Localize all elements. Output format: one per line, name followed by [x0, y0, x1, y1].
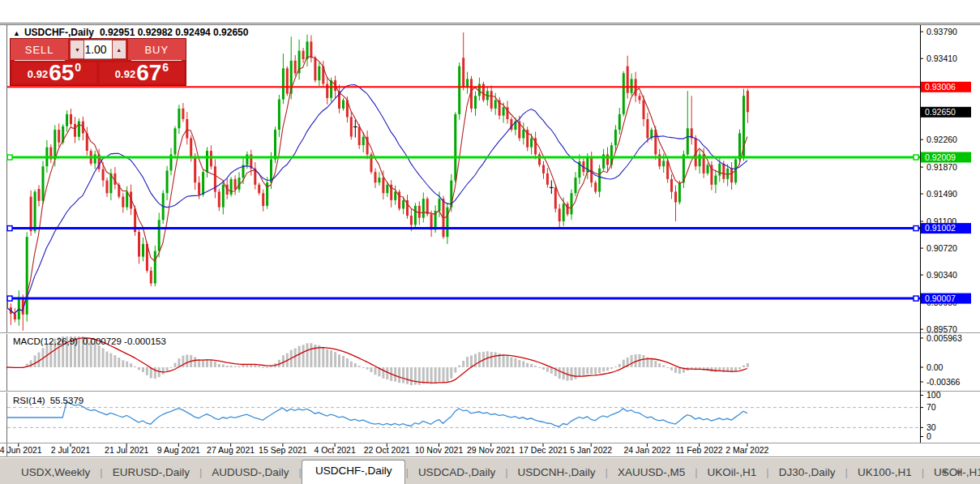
svg-text:0.93790: 0.93790 [927, 27, 957, 36]
price-label-0.92009: 0.92009 [921, 152, 971, 163]
chart-tab-usdx-weekly[interactable]: USDX,Weekly [11, 462, 100, 484]
price-label-0.92650: 0.92650 [921, 107, 971, 118]
svg-text:0.90340: 0.90340 [927, 270, 957, 280]
rsi-value: 55.5379 [50, 396, 84, 405]
svg-text:27 Aug 2021: 27 Aug 2021 [207, 445, 255, 455]
svg-text:70: 70 [927, 402, 936, 412]
chart-tab-ukoil-h1[interactable]: UKOil-,H1 [698, 462, 767, 484]
terminal-window: 15M30H1H4D1W1MN 0.937900.934100.922600.9… [0, 0, 980, 484]
svg-text:24 Jan 2022: 24 Jan 2022 [623, 445, 670, 455]
svg-text:17 Dec 2021: 17 Dec 2021 [519, 445, 567, 455]
svg-text:0.90720: 0.90720 [927, 243, 957, 253]
svg-text:29 Nov 2021: 29 Nov 2021 [467, 445, 516, 455]
svg-text:22 Oct 2021: 22 Oct 2021 [364, 445, 410, 455]
svg-text:10 Nov 2021: 10 Nov 2021 [415, 445, 464, 455]
macd-label: MACD(12,26,9)0.000729 -0.000153 [13, 336, 166, 346]
tab-scroll-right-icon[interactable]: ► [956, 467, 972, 476]
sell-price-pip: 0 [75, 61, 81, 74]
tab-scroll-arrows: ◄► [939, 467, 972, 476]
chart-tab-audusd-daily[interactable]: AUDUSD-,Daily [202, 462, 298, 484]
svg-text:0.92009: 0.92009 [925, 152, 956, 162]
tab-scroll-left-icon[interactable]: ◄ [939, 467, 956, 476]
volume-decrease-button[interactable]: ▼ [70, 40, 84, 59]
svg-text:15 Sep 2021: 15 Sep 2021 [259, 445, 307, 455]
svg-text:0.93006: 0.93006 [925, 82, 956, 92]
price-label-0.90007: 0.90007 [921, 293, 971, 304]
svg-text:4 Oct 2021: 4 Oct 2021 [314, 445, 356, 455]
sell-price-main: 65 [49, 63, 74, 83]
svg-text:100: 100 [927, 390, 941, 400]
rsi-label: RSI(14)55.5379 [13, 396, 83, 405]
svg-text:9 Aug 2021: 9 Aug 2021 [157, 445, 200, 455]
svg-text:0.00: 0.00 [927, 362, 944, 372]
buy-price-display[interactable]: 0.92 67 6 [100, 62, 184, 84]
chart-ohlc-title: ▲USDCHF-,Daily0.92951 0.92982 0.92494 0.… [13, 27, 248, 38]
volume-increase-button[interactable]: ▲ [112, 40, 126, 59]
svg-text:0.005963: 0.005963 [927, 333, 962, 343]
sell-price-display[interactable]: 0.92 65 0 [12, 62, 96, 84]
svg-text:2 Jul 2021: 2 Jul 2021 [51, 445, 91, 455]
svg-text:-0.00366: -0.00366 [927, 377, 961, 387]
buy-price-pip: 6 [162, 61, 169, 74]
price-label-0.91002: 0.91002 [921, 223, 971, 233]
svg-text:0.92260: 0.92260 [927, 135, 957, 144]
svg-text:0.93410: 0.93410 [927, 54, 957, 63]
svg-text:0.91870: 0.91870 [927, 162, 957, 172]
collapse-icon[interactable]: ▲ [13, 29, 20, 37]
spinner-up-icon: ▲ [116, 47, 122, 53]
buy-price-prefix: 0.92 [115, 68, 135, 80]
one-click-trading-panel: SELL ▼ 1.00 ▲ BUY 0.92 65 0 0.92 67 6 [10, 38, 186, 86]
chart-ohlc-values: 0.92951 0.92982 0.92494 0.92650 [100, 27, 249, 38]
price-label-0.93006: 0.93006 [921, 82, 971, 92]
buy-button[interactable]: BUY [128, 39, 186, 60]
sell-price-prefix: 0.92 [28, 68, 48, 80]
svg-text:2 Mar 2022: 2 Mar 2022 [725, 445, 768, 455]
svg-text:0.91490: 0.91490 [927, 189, 957, 199]
date-axis: 14 Jun 20212 Jul 202121 Jul 20219 Aug 20… [0, 443, 769, 455]
volume-input[interactable]: 1.00 [84, 40, 111, 59]
svg-text:0: 0 [927, 431, 931, 441]
chart-tab-eurusd-daily[interactable]: EURUSD-,Daily [103, 462, 199, 484]
svg-text:14 Jun 2021: 14 Jun 2021 [0, 445, 42, 455]
chart-tab-uk100-h1[interactable]: UK100-,H1 [848, 462, 922, 484]
chart-tab-usdcad-daily[interactable]: USDCAD-,Daily [409, 462, 505, 484]
chart-tab-xauusd-m5[interactable]: XAUUSD-,M5 [608, 462, 695, 484]
sell-button[interactable]: SELL [11, 39, 68, 60]
chart-tab-usdcnh-daily[interactable]: USDCNH-,Daily [508, 462, 606, 484]
svg-text:0.90007: 0.90007 [925, 293, 956, 303]
chart-symbol-label: USDCHF-,Daily [24, 27, 94, 38]
svg-text:11 Feb 2022: 11 Feb 2022 [676, 445, 723, 455]
svg-text:0.91002: 0.91002 [925, 223, 956, 233]
buy-price-main: 67 [136, 63, 161, 83]
chart-tab-dj30-daily[interactable]: DJ30-,Daily [769, 462, 845, 484]
macd-values: 0.000729 -0.000153 [83, 336, 166, 346]
spinner-down-icon: ▼ [75, 47, 80, 53]
svg-text:5 Jan 2022: 5 Jan 2022 [570, 445, 612, 455]
svg-text:21 Jul 2021: 21 Jul 2021 [105, 445, 148, 455]
chart-tab-usdchf-daily[interactable]: USDCHF-,Daily [302, 460, 406, 484]
svg-text:0.92650: 0.92650 [925, 107, 956, 117]
chart-tab-bar: USDX,Weekly|EURUSD-,Daily|AUDUSD-,Daily|… [0, 457, 980, 484]
